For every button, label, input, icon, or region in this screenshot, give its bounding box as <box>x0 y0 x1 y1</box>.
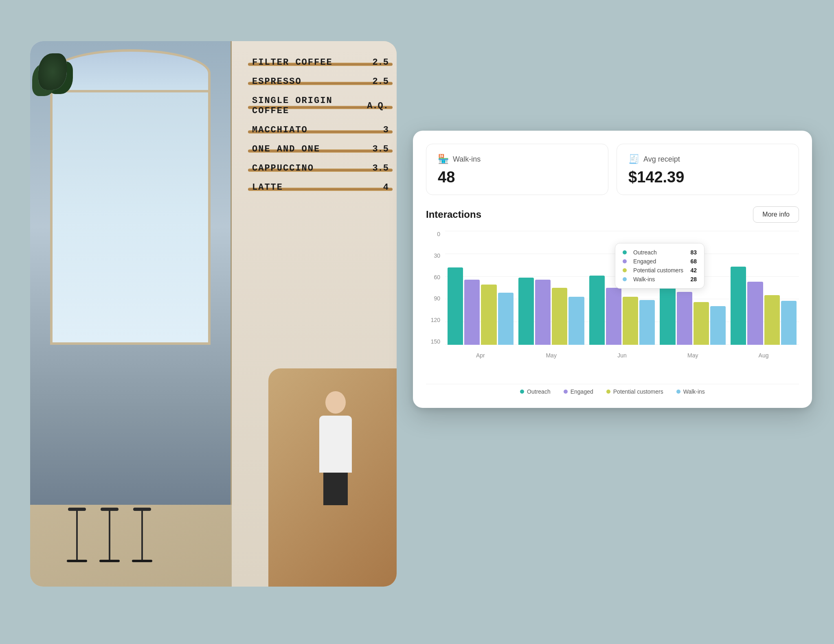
tooltip-label-engaged: Engaged <box>633 258 684 265</box>
stats-row: 🏪 Walk-ins 48 🧾 Avg receipt $142.39 <box>426 144 799 195</box>
avg-receipt-label: Avg receipt <box>643 155 680 164</box>
cafe-photo: FILTER COFFEE 2.5 ESPRESSO 2.5 SINGLE OR… <box>30 41 397 587</box>
legend-dot-outreach <box>520 390 524 394</box>
walkins-value: 48 <box>438 169 597 185</box>
bar-may1-outreach <box>518 278 534 345</box>
chart-tooltip: Outreach 83 Engaged 68 Potential custome… <box>615 243 705 289</box>
menu-row-6: CAPPUCCINO 3.5 <box>252 163 388 173</box>
stool-3 <box>132 508 152 562</box>
bar-apr-walkins <box>498 293 514 345</box>
walkins-stat-header: 🏪 Walk-ins <box>438 154 597 164</box>
tooltip-label-outreach: Outreach <box>633 249 684 256</box>
tooltip-label-walkins: Walk-ins <box>633 276 684 283</box>
legend-item-potential: Potential customers <box>606 388 663 395</box>
bar-jun-walkins <box>639 300 655 345</box>
stool-1 <box>67 508 87 562</box>
legend-label-engaged: Engaged <box>571 388 593 395</box>
menu-row-2: ESPRESSO 2.5 <box>252 77 388 87</box>
menu-board: FILTER COFFEE 2.5 ESPRESSO 2.5 SINGLE OR… <box>252 57 388 202</box>
tooltip-dot-outreach <box>623 250 627 254</box>
legend-item-engaged: Engaged <box>564 388 593 395</box>
y-label-120: 120 <box>426 317 440 323</box>
y-label-0: 0 <box>426 231 440 237</box>
legend-item-walkins: Walk-ins <box>676 388 705 395</box>
bar-may2-walkins <box>710 306 726 345</box>
month-label-may2: May <box>687 352 698 359</box>
tooltip-dot-engaged <box>623 259 627 263</box>
walkins-stat-card: 🏪 Walk-ins 48 <box>426 144 608 195</box>
y-label-30: 30 <box>426 252 440 259</box>
chart-container: 150 120 90 60 30 0 <box>426 231 799 361</box>
bar-may1-potential <box>552 288 567 345</box>
person-silhouette <box>311 391 360 505</box>
dashboard-card: 🏪 Walk-ins 48 🧾 Avg receipt $142.39 Inte… <box>413 131 812 408</box>
bar-group-may2: May <box>657 286 728 345</box>
plant-decoration <box>38 53 71 90</box>
bar-aug-potential <box>764 295 780 345</box>
month-label-aug: Aug <box>759 352 769 359</box>
menu-row-4: MACCHIATO 3 <box>252 125 388 135</box>
month-label-may1: May <box>546 352 556 359</box>
menu-row-1: FILTER COFFEE 2.5 <box>252 57 388 68</box>
interactions-title: Interactions <box>426 209 481 220</box>
y-label-60: 60 <box>426 274 440 280</box>
tooltip-row-outreach: Outreach 83 <box>623 249 697 256</box>
bar-may1-walkins <box>568 297 584 345</box>
avg-receipt-stat-header: 🧾 Avg receipt <box>628 154 787 164</box>
tooltip-dot-potential <box>623 268 627 272</box>
chart-legend: Outreach Engaged Potential customers Wal… <box>426 384 799 395</box>
tooltip-row-potential: Potential customers 42 <box>623 267 697 274</box>
y-axis: 150 120 90 60 30 0 <box>426 231 440 361</box>
tooltip-dot-walkins <box>623 277 627 281</box>
tooltip-row-walkins: Walk-ins 28 <box>623 276 697 283</box>
bar-jun-engaged <box>606 288 621 345</box>
bar-jun-outreach <box>589 276 605 345</box>
bar-jun-potential <box>623 297 638 345</box>
interactions-header: Interactions More info <box>426 206 799 223</box>
bar-may2-outreach <box>660 286 675 345</box>
y-label-150: 150 <box>426 338 440 345</box>
tooltip-value-outreach: 83 <box>691 249 697 256</box>
bar-aug-engaged <box>747 282 763 345</box>
more-info-button[interactable]: More info <box>753 206 799 223</box>
walkins-label: Walk-ins <box>453 155 481 164</box>
legend-dot-engaged <box>564 390 568 394</box>
avg-receipt-value: $142.39 <box>628 169 787 185</box>
avg-receipt-stat-card: 🧾 Avg receipt $142.39 <box>617 144 799 195</box>
bar-aug-walkins <box>781 301 797 345</box>
scene: FILTER COFFEE 2.5 ESPRESSO 2.5 SINGLE OR… <box>30 25 804 619</box>
stool-2 <box>99 508 120 562</box>
bars-area: Apr May <box>445 231 799 361</box>
menu-row-5: ONE AND ONE 3.5 <box>252 144 388 154</box>
bar-group-apr: Apr <box>445 267 516 345</box>
y-label-90: 90 <box>426 295 440 302</box>
chart-area: 150 120 90 60 30 0 <box>426 231 799 377</box>
bar-apr-potential <box>481 285 496 345</box>
legend-dot-walkins <box>676 390 680 394</box>
legend-label-walkins: Walk-ins <box>683 388 705 395</box>
tooltip-value-walkins: 28 <box>691 276 697 283</box>
bar-apr-engaged <box>464 280 480 345</box>
bar-group-may1: May <box>516 278 587 345</box>
menu-row-7: LATTE 4 <box>252 182 388 193</box>
legend-label-outreach: Outreach <box>527 388 551 395</box>
legend-item-outreach: Outreach <box>520 388 551 395</box>
tooltip-label-potential: Potential customers <box>633 267 684 274</box>
menu-row-3: SINGLE ORIGIN COFFEE A.Q. <box>252 96 388 116</box>
bar-group-aug: Aug <box>728 267 799 345</box>
walkins-icon: 🏪 <box>438 154 449 164</box>
bar-may2-engaged <box>677 292 692 345</box>
bar-may1-engaged <box>535 280 551 345</box>
legend-dot-potential <box>606 390 610 394</box>
receipt-icon: 🧾 <box>628 154 639 164</box>
legend-label-potential: Potential customers <box>613 388 663 395</box>
bar-apr-outreach <box>448 267 463 345</box>
tooltip-value-engaged: 68 <box>691 258 697 265</box>
bar-aug-outreach <box>731 267 746 345</box>
tooltip-value-potential: 42 <box>691 267 697 274</box>
tooltip-row-engaged: Engaged 68 <box>623 258 697 265</box>
month-label-jun: Jun <box>617 352 627 359</box>
month-label-apr: Apr <box>476 352 485 359</box>
bar-may2-potential <box>694 302 709 345</box>
